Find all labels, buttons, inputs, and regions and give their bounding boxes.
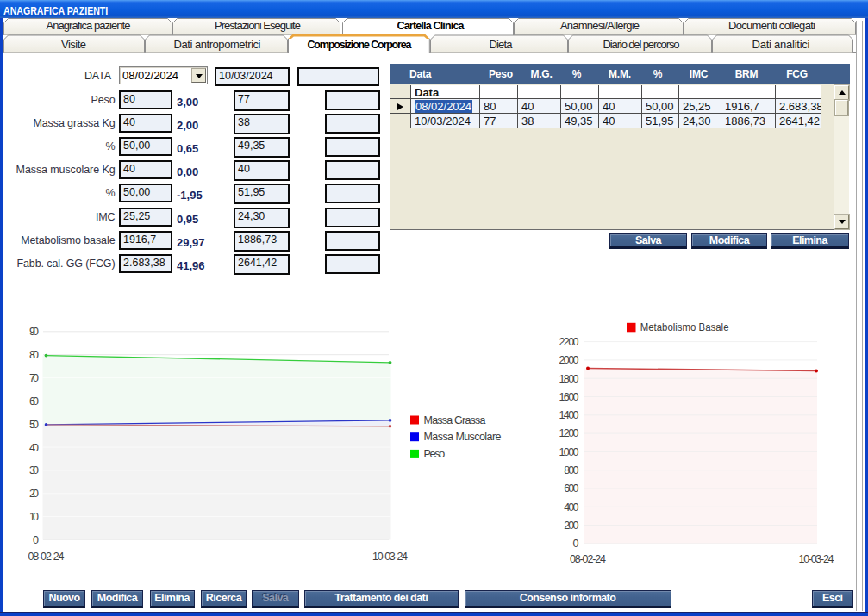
svg-text:Dati antropometrici: Dati antropometrici xyxy=(174,38,261,51)
svg-text:800: 800 xyxy=(564,464,578,476)
svg-text:40: 40 xyxy=(29,442,39,454)
svg-text:08-02-24: 08-02-24 xyxy=(28,551,65,563)
svg-text:30: 30 xyxy=(29,464,39,476)
svg-text:10-03-24: 10-03-24 xyxy=(799,553,834,565)
svg-text:0: 0 xyxy=(33,534,39,546)
svg-text:0: 0 xyxy=(573,538,579,550)
svg-text:400: 400 xyxy=(564,501,578,513)
svg-text:Peso: Peso xyxy=(424,448,446,460)
svg-text:Metabolismo Basale: Metabolismo Basale xyxy=(640,321,729,333)
svg-text:1600: 1600 xyxy=(559,391,579,403)
svg-text:2200: 2200 xyxy=(559,336,579,348)
svg-text:200: 200 xyxy=(564,520,578,532)
svg-text:Cartella Clinica: Cartella Clinica xyxy=(397,20,465,32)
svg-text:2000: 2000 xyxy=(559,354,579,366)
svg-text:Visite: Visite xyxy=(61,38,86,51)
svg-text:Massa Grassa: Massa Grassa xyxy=(424,414,486,426)
svg-text:Composizione Corporea: Composizione Corporea xyxy=(308,39,413,51)
svg-text:Prestazioni Eseguite: Prestazioni Eseguite xyxy=(215,19,301,32)
svg-text:50: 50 xyxy=(29,419,39,431)
svg-text:600: 600 xyxy=(564,482,578,495)
svg-text:Dieta: Dieta xyxy=(490,38,514,51)
svg-text:10-03-24: 10-03-24 xyxy=(372,551,408,563)
svg-text:80: 80 xyxy=(29,349,39,361)
svg-text:Anagrafica paziente: Anagrafica paziente xyxy=(47,19,131,32)
svg-text:Diario del percorso: Diario del percorso xyxy=(603,38,680,51)
svg-text:70: 70 xyxy=(29,372,39,384)
svg-text:1000: 1000 xyxy=(559,446,579,458)
svg-text:1800: 1800 xyxy=(559,373,579,385)
svg-text:Anamnesi/Allergie: Anamnesi/Allergie xyxy=(560,19,640,32)
svg-text:1400: 1400 xyxy=(559,409,579,421)
svg-text:08-02-24: 08-02-24 xyxy=(570,553,606,565)
svg-text:20: 20 xyxy=(29,488,39,500)
svg-text:10: 10 xyxy=(29,511,39,523)
svg-text:60: 60 xyxy=(29,395,39,408)
svg-text:Documenti collegati: Documenti collegati xyxy=(728,19,815,32)
svg-text:1200: 1200 xyxy=(559,427,579,439)
svg-text:90: 90 xyxy=(29,326,39,338)
svg-text:Dati analitici: Dati analitici xyxy=(752,38,810,51)
svg-text:Massa Muscolare: Massa Muscolare xyxy=(424,431,502,443)
